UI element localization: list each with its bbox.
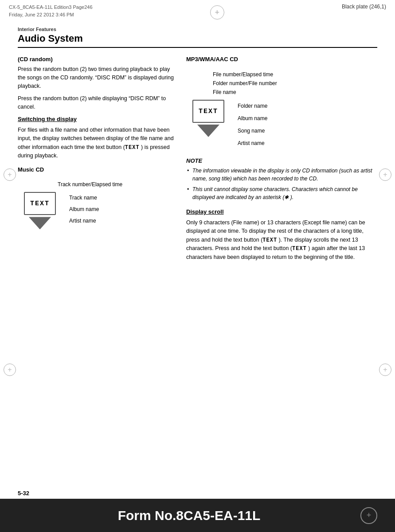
artist-name-label: Artist name bbox=[69, 215, 99, 227]
section-label: Interior Features bbox=[0, 21, 395, 32]
folder-file-label: Folder number/File number bbox=[213, 80, 277, 86]
album-name-label: Album name bbox=[69, 203, 99, 215]
mp3-btn-label: TEXT bbox=[192, 100, 224, 123]
mp3-illustration: TEXT bbox=[186, 100, 231, 137]
text-btn-label: TEXT bbox=[24, 192, 56, 215]
music-cd-labels: Track name Album name Artist name bbox=[62, 192, 99, 227]
mp3-labels: Folder name Album name Song name Artist … bbox=[231, 100, 267, 149]
mp3-section: MP3/WMA/AAC CD File number/Elapsed time … bbox=[186, 56, 377, 149]
left-margin-circle-top bbox=[4, 168, 16, 181]
mp3-album-name-label: Album name bbox=[238, 112, 267, 125]
mp3-title: MP3/WMA/AAC CD bbox=[186, 56, 377, 63]
header-left: CX-5_8CA5-EA-11L Edition3 Page246 Friday… bbox=[9, 4, 93, 18]
switching-text: For files with a file name and other inf… bbox=[18, 126, 177, 160]
display-scroll-title: Display scroll bbox=[186, 208, 377, 215]
note-section: NOTE The information viewable in the dis… bbox=[186, 157, 377, 201]
track-name-label: Track name bbox=[69, 192, 99, 203]
text-btn-arrow bbox=[29, 217, 51, 229]
note-item-2-text: This unit cannot display some characters… bbox=[192, 186, 358, 200]
page-number: 5-32 bbox=[18, 490, 29, 497]
scroll-text-btn2: TEXT bbox=[292, 246, 307, 252]
text-button-illustration: TEXT bbox=[24, 192, 56, 229]
bottom-bar: Form No.8CA5-EA-11L + bbox=[0, 499, 395, 532]
music-cd-title: Music CD bbox=[18, 166, 177, 173]
mp3-diagram: TEXT Folder name Album name Song name bbox=[186, 100, 377, 149]
file-name-label: File name bbox=[213, 89, 236, 95]
switching-title: Switching the display bbox=[18, 116, 177, 122]
cd-random-para2: Press the random button (2) while displa… bbox=[18, 94, 177, 111]
left-margin-circle-bottom bbox=[4, 364, 16, 376]
form-number: Form No.8CA5-EA-11L bbox=[118, 508, 261, 523]
mp3-btn-arrow bbox=[197, 125, 219, 137]
right-column: MP3/WMA/AAC CD File number/Elapsed time … bbox=[186, 56, 377, 262]
right-margin-circle-top: + bbox=[379, 168, 391, 181]
music-cd-illustration: TEXT bbox=[18, 192, 62, 229]
file-elapsed-label: File number/Elapsed time bbox=[213, 71, 273, 78]
header-center-circle bbox=[210, 5, 224, 20]
bottom-bar-circle: + bbox=[360, 507, 377, 524]
registration-mark-top bbox=[210, 5, 224, 20]
folder-name-label: Folder name bbox=[238, 100, 267, 112]
cd-random-para1: Press the random button (2) two times du… bbox=[18, 65, 177, 90]
switching-text-btn: TEXT bbox=[125, 145, 140, 151]
note-list: The information viewable in the display … bbox=[186, 167, 377, 201]
music-cd-diagram: TEXT Track name Album name Artist name bbox=[18, 192, 177, 229]
header-line1: CX-5_8CA5-EA-11L Edition3 Page246 bbox=[9, 4, 93, 11]
note-item-2: This unit cannot display some characters… bbox=[186, 185, 377, 201]
section-title: Audio System bbox=[0, 32, 395, 47]
cd-random-title: (CD random) bbox=[18, 56, 177, 63]
mp3-artist-name-label: Artist name bbox=[238, 137, 267, 149]
note-title: NOTE bbox=[186, 157, 377, 164]
display-scroll-text: Only 9 characters (File name) or 13 char… bbox=[186, 219, 377, 262]
track-number-label: Track number/Elapsed time bbox=[58, 181, 122, 188]
header-line2: Friday, June 22 2012 3:46 PM bbox=[9, 11, 93, 19]
song-name-label: Song name bbox=[238, 125, 267, 137]
music-cd-section: Music CD Track number/Elapsed time TEXT … bbox=[18, 166, 177, 229]
left-column: (CD random) Press the random button (2) … bbox=[18, 56, 177, 262]
note-item-1: The information viewable in the display … bbox=[186, 167, 377, 183]
cd-random-section: (CD random) Press the random button (2) … bbox=[18, 56, 177, 111]
right-margin-circle-bottom: + bbox=[379, 364, 391, 376]
switching-section: Switching the display For files with a f… bbox=[18, 116, 177, 160]
mp3-text-button: TEXT bbox=[192, 100, 224, 137]
page-header: CX-5_8CA5-EA-11L Edition3 Page246 Friday… bbox=[0, 0, 395, 21]
header-right: Black plate (246,1) bbox=[342, 4, 386, 10]
display-scroll-section: Display scroll Only 9 characters (File n… bbox=[186, 208, 377, 262]
scroll-text-btn1: TEXT bbox=[262, 237, 277, 243]
main-content: (CD random) Press the random button (2) … bbox=[0, 48, 395, 262]
